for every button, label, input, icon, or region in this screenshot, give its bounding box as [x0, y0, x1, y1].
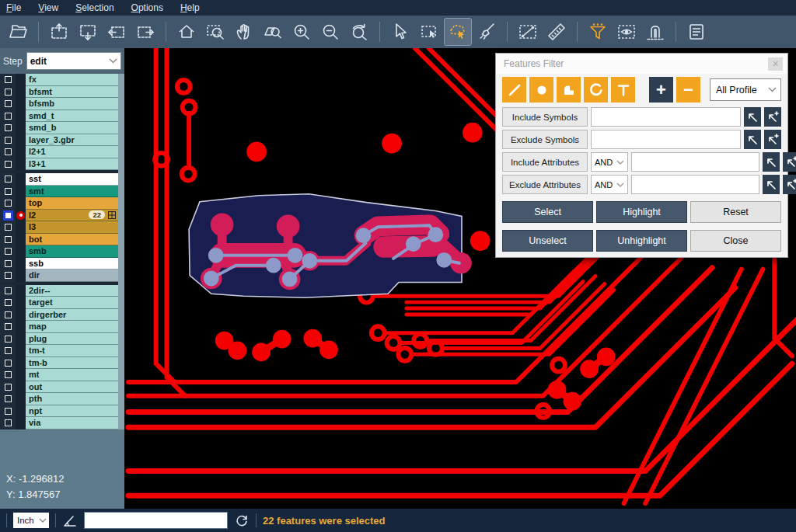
feature-type-surface-button[interactable]	[557, 77, 581, 103]
features-filter-icon[interactable]	[585, 19, 611, 45]
selected-region[interactable]	[189, 194, 472, 297]
layer-name[interactable]: ssb	[26, 258, 118, 270]
layer-active-indicator[interactable]	[16, 234, 26, 246]
layer-visibility-checkbox[interactable]	[0, 245, 16, 258]
menu-options[interactable]: Options	[131, 2, 163, 13]
layer-active-indicator[interactable]	[16, 245, 26, 258]
layer-name[interactable]: 2dir--	[26, 285, 118, 297]
layer-active-indicator[interactable]	[16, 381, 26, 394]
layer-visibility-checkbox[interactable]	[0, 333, 16, 346]
layer-visibility-checkbox[interactable]	[0, 357, 16, 370]
layer-name[interactable]: map	[26, 321, 118, 333]
pick-attribute-icon[interactable]	[763, 152, 780, 172]
layer-active-indicator[interactable]	[16, 122, 26, 134]
layer-name[interactable]: l2 22	[26, 210, 118, 222]
layer-active-indicator[interactable]	[16, 173, 26, 186]
layer-active-indicator[interactable]	[16, 405, 26, 418]
layer-active-indicator[interactable]	[16, 269, 26, 282]
layer-active-indicator[interactable]	[16, 345, 26, 357]
refresh-icon[interactable]	[234, 513, 250, 528]
grid-icon[interactable]	[108, 211, 116, 219]
include-symbols-input[interactable]	[591, 107, 741, 127]
exclude-attributes-input[interactable]	[631, 175, 759, 194]
layer-active-indicator[interactable]	[16, 158, 26, 171]
zoom-in-icon[interactable]	[288, 19, 315, 45]
layer-active-indicator[interactable]	[16, 333, 26, 346]
pick-symbol-add-icon[interactable]	[764, 107, 781, 127]
feature-type-text-button[interactable]	[611, 77, 635, 103]
layer-visibility-checkbox[interactable]	[0, 98, 16, 110]
layer-visibility-checkbox[interactable]	[0, 186, 16, 198]
feature-type-arc-button[interactable]	[584, 77, 608, 103]
layer-name[interactable]: dir	[26, 269, 118, 282]
layer-visibility-checkbox[interactable]	[0, 134, 16, 147]
layer-visibility-checkbox[interactable]	[0, 197, 16, 210]
zoom-previous-icon[interactable]	[346, 19, 372, 45]
layer-visibility-checkbox[interactable]	[0, 393, 16, 405]
layer-name[interactable]: via	[26, 417, 118, 429]
add-mode-button[interactable]: +	[649, 77, 673, 103]
layer-active-indicator[interactable]	[16, 297, 26, 309]
layer-name[interactable]: l2+1	[26, 146, 118, 158]
layer-visibility-checkbox[interactable]	[0, 74, 16, 86]
layer-name[interactable]: npt	[26, 405, 118, 418]
layer-visibility-checkbox[interactable]	[0, 297, 16, 309]
dialog-titlebar[interactable]: Features Filter ✕	[496, 54, 787, 74]
menu-help[interactable]: Help	[180, 2, 200, 13]
layers-panel-icon[interactable]	[683, 19, 710, 45]
snap-angle-icon[interactable]	[62, 513, 78, 528]
layer-visibility-checkbox[interactable]	[0, 345, 16, 357]
unit-select[interactable]: Inch	[13, 513, 49, 528]
layer-list-scrollbar[interactable]	[118, 74, 124, 429]
layer-name[interactable]: plug	[26, 333, 118, 346]
layer-visibility-checkbox[interactable]	[0, 221, 16, 234]
layer-name[interactable]: smt	[26, 186, 118, 198]
reset-button[interactable]: Reset	[690, 201, 781, 223]
layer-name[interactable]: mt	[26, 369, 118, 381]
layer-visibility-checkbox[interactable]	[0, 146, 16, 158]
measure-line-icon[interactable]	[515, 19, 541, 45]
select-button[interactable]: Select	[502, 201, 593, 223]
remove-mode-button[interactable]: −	[676, 77, 700, 103]
pick-symbol-icon[interactable]	[744, 130, 761, 149]
clear-brush-icon[interactable]	[473, 19, 500, 45]
home-view-icon[interactable]	[173, 19, 200, 45]
pan-down-icon[interactable]	[75, 19, 101, 45]
layer-name[interactable]: smb	[26, 245, 118, 258]
layer-visibility-checkbox[interactable]	[0, 285, 16, 297]
layer-active-indicator[interactable]	[16, 110, 26, 123]
layer-active-indicator[interactable]	[16, 221, 26, 234]
layer-active-indicator[interactable]	[16, 417, 26, 429]
pan-up-icon[interactable]	[46, 19, 72, 45]
unselect-button[interactable]: Unselect	[502, 230, 593, 252]
pan-left-icon[interactable]	[103, 19, 130, 45]
include-attributes-button[interactable]: Include Attributes	[502, 152, 588, 172]
snap-magnet-icon[interactable]	[642, 19, 669, 45]
exclude-attributes-button[interactable]: Exclude Attributes	[502, 175, 588, 194]
layer-active-indicator[interactable]	[16, 309, 26, 322]
layer-name[interactable]: smd_t	[26, 110, 118, 123]
layer-visibility-checkbox[interactable]	[0, 158, 16, 171]
layer-name[interactable]: smd_b	[26, 122, 118, 134]
layer-visibility-checkbox[interactable]	[0, 86, 16, 99]
feature-type-pad-button[interactable]	[529, 77, 553, 103]
menu-selection[interactable]: Selection	[75, 2, 113, 13]
layer-visibility-checkbox[interactable]	[0, 269, 16, 282]
layer-visibility-checkbox[interactable]	[0, 122, 16, 134]
layer-active-indicator[interactable]	[16, 321, 26, 333]
layer-active-indicator[interactable]	[16, 146, 26, 158]
rect-select-icon[interactable]	[416, 19, 442, 45]
pan-hand-icon[interactable]	[231, 19, 257, 45]
pick-attribute-add-icon[interactable]	[783, 175, 796, 194]
layer-visibility-checkbox[interactable]	[0, 417, 16, 429]
profile-select[interactable]: All Profile	[710, 78, 781, 101]
exclude-symbols-input[interactable]	[591, 130, 741, 149]
layer-active-indicator[interactable]	[16, 357, 26, 370]
layer-name[interactable]: bot	[26, 234, 118, 246]
layer-active-indicator[interactable]	[16, 86, 26, 99]
layer-visibility-checkbox[interactable]	[0, 110, 16, 123]
zoom-area-icon[interactable]	[202, 19, 229, 45]
ruler-icon[interactable]	[543, 19, 570, 45]
select-cursor-icon[interactable]	[387, 19, 414, 45]
layer-visibility-checkbox[interactable]	[0, 381, 16, 394]
